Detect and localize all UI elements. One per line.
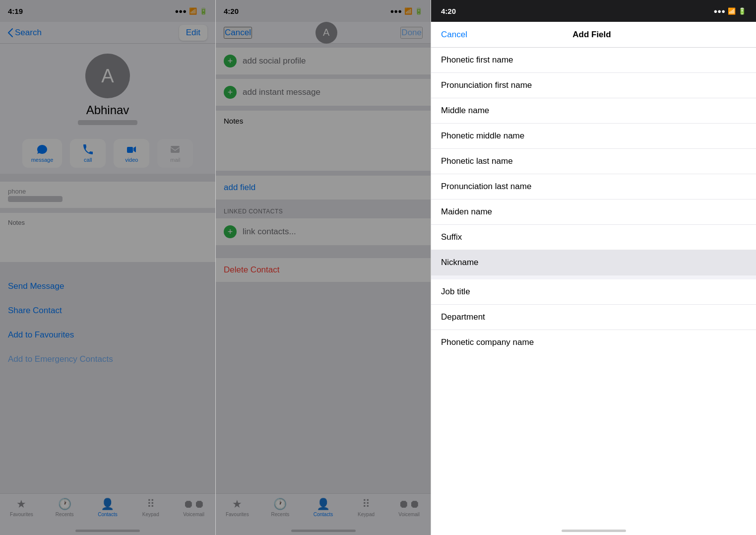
home-indicator-panel3 xyxy=(562,530,626,532)
field-item-phonetic-middle[interactable]: Phonetic middle name xyxy=(431,124,756,149)
field-item-nickname[interactable]: Nickname xyxy=(431,250,756,275)
status-icons-panel3: ●●● 📶 🔋 xyxy=(713,7,746,15)
status-bar-panel3: 4:20 ●●● 📶 🔋 xyxy=(431,0,756,22)
panel2-edit-view: 4:20 ●●● 📶 🔋 Cancel A Done + add social … xyxy=(215,0,431,535)
field-item-job-title[interactable]: Job title xyxy=(431,279,756,305)
battery-icon-p3: 🔋 xyxy=(738,7,746,15)
field-item-department[interactable]: Department xyxy=(431,305,756,330)
status-time-panel3: 4:20 xyxy=(441,7,456,15)
field-item-middle[interactable]: Middle name xyxy=(431,98,756,124)
panel1-overlay xyxy=(0,0,215,535)
field-item-pronunciation-first[interactable]: Pronunciation first name xyxy=(431,73,756,98)
field-item-pronunciation-last[interactable]: Pronunciation last name xyxy=(431,174,756,200)
field-item-phonetic-company[interactable]: Phonetic company name xyxy=(431,330,756,355)
panel3-cancel-button[interactable]: Cancel xyxy=(441,30,467,40)
field-item-phonetic-first[interactable]: Phonetic first name xyxy=(431,48,756,73)
signal-icon-p3: ●●● xyxy=(713,7,725,15)
field-item-phonetic-last[interactable]: Phonetic last name xyxy=(431,149,756,174)
panel2-overlay xyxy=(216,0,431,535)
panel3-field-list: Phonetic first name Pronunciation first … xyxy=(431,48,756,535)
field-item-maiden[interactable]: Maiden name xyxy=(431,200,756,225)
panel3-add-field-view: 4:20 ●●● 📶 🔋 Cancel Add Field Phonetic f… xyxy=(431,0,756,535)
panel3-nav: Cancel Add Field xyxy=(431,22,756,48)
panel3-title: Add Field xyxy=(572,30,611,40)
field-item-suffix[interactable]: Suffix xyxy=(431,225,756,250)
panel1-contacts-view: 4:19 ●●● 📶 🔋 Search Edit A Abhinav mes xyxy=(0,0,215,535)
wifi-icon-p3: 📶 xyxy=(728,7,736,15)
panel3-separator xyxy=(431,275,756,279)
